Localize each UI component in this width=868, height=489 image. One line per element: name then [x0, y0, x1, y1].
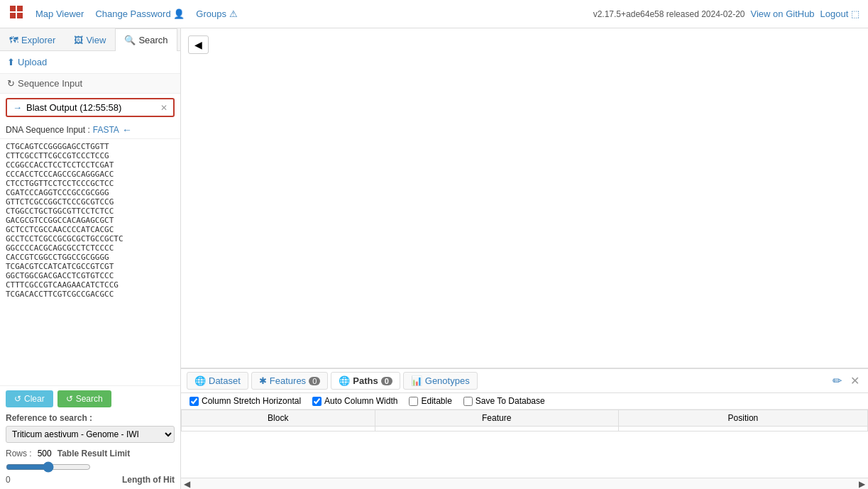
edit-icon-button[interactable]: ✏ — [830, 373, 845, 389]
table-area: Block Feature Position — [181, 410, 868, 478]
svg-rect-0 — [10, 6, 16, 11]
svg-rect-1 — [17, 6, 23, 11]
tab-genotypes[interactable]: 📊 Genotypes — [403, 372, 478, 390]
tab-features[interactable]: ✱ Features 0 — [251, 372, 328, 390]
navbar-right: v2.17.5+ade64e58 released 2024-02-20 Vie… — [593, 9, 859, 19]
blast-output-tab[interactable]: → Blast Output (12:55:58) ✕ — [6, 98, 175, 117]
col-feature: Feature — [375, 410, 618, 427]
left-panel: 🗺 Explorer 🖼 View 🔍 Search ⬆ Upload — [0, 28, 181, 489]
zero-row: 0 Length of Hit — [6, 475, 175, 485]
tab-explorer[interactable]: 🗺 Explorer — [0, 28, 65, 51]
reference-select[interactable]: Triticum aestivum - Genome - IWI — [6, 426, 175, 443]
sequence-panel: ↻ Sequence Input → Blast Output (12:55:5… — [0, 74, 180, 489]
rows-value: 500 — [38, 449, 52, 458]
toggle-btn-wrap: ◀ — [181, 28, 868, 54]
cell-feature — [375, 427, 618, 432]
rows-label: Rows : — [6, 449, 32, 458]
auto-column-checkbox[interactable] — [312, 397, 322, 406]
sequence-inner: ↻ Sequence Input → Blast Output (12:55:5… — [0, 74, 180, 385]
search-go-button[interactable]: ↺ Search — [57, 390, 111, 407]
cell-block — [182, 427, 375, 432]
length-of-hit-label: Length of Hit — [122, 475, 175, 485]
main-layout: 🗺 Explorer 🖼 View 🔍 Search ⬆ Upload — [0, 28, 868, 489]
svg-rect-2 — [10, 13, 16, 18]
editable-checkbox[interactable] — [409, 397, 418, 406]
action-buttons: ↺ Clear ↺ Search — [6, 390, 175, 407]
tab-actions: ✏ ✕ — [830, 373, 862, 389]
auto-column-option[interactable]: Auto Column Width — [312, 396, 397, 406]
reference-label: Reference to search : — [6, 413, 175, 423]
scroll-right-button[interactable]: ▶ — [859, 479, 865, 489]
options-row: Column Stretch Horizontal Auto Column Wi… — [181, 393, 868, 410]
save-to-db-option[interactable]: Save To Database — [463, 396, 545, 406]
logout-link[interactable]: Logout ⬚ — [820, 9, 859, 19]
table-header-row: Block Feature Position — [182, 410, 868, 427]
close-results-button[interactable]: ✕ — [847, 373, 862, 389]
navbar-left: Map Viewer Change Password 👤 Groups ⚠ — [9, 4, 238, 23]
clear-button[interactable]: ↺ Clear — [6, 390, 53, 407]
table-row — [182, 427, 868, 432]
groups-link[interactable]: Groups ⚠ — [196, 9, 237, 19]
sequence-input-label[interactable]: ↻ Sequence Input — [0, 74, 180, 94]
column-stretch-option[interactable]: Column Stretch Horizontal — [189, 396, 301, 406]
result-tabs: 🌐 Dataset ✱ Features 0 🌐 Paths 0 📊 Genot… — [181, 369, 868, 393]
tab-dataset[interactable]: 🌐 Dataset — [187, 372, 248, 390]
bottom-controls: ↺ Clear ↺ Search Reference to search : T… — [0, 385, 180, 489]
scroll-left-button[interactable]: ◀ — [184, 479, 190, 489]
result-table: Block Feature Position — [181, 410, 868, 432]
upload-section: ⬆ Upload — [0, 51, 180, 74]
table-body — [182, 427, 868, 432]
upload-button[interactable]: ⬆ Upload — [7, 57, 47, 67]
features-badge: 0 — [309, 377, 320, 385]
bottom-scrollbar: ◀ ▶ — [181, 478, 868, 489]
svg-rect-3 — [17, 13, 23, 18]
cell-position — [618, 427, 867, 432]
column-stretch-checkbox[interactable] — [189, 397, 199, 406]
blast-close-icon[interactable]: ✕ — [160, 103, 167, 113]
save-to-db-checkbox[interactable] — [463, 397, 473, 406]
toggle-panel-button[interactable]: ◀ — [188, 35, 209, 54]
tab-paths[interactable]: 🌐 Paths 0 — [331, 372, 400, 390]
editable-option[interactable]: Editable — [409, 396, 451, 406]
change-password-link[interactable]: Change Password 👤 — [95, 9, 185, 19]
tab-bar: 🗺 Explorer 🖼 View 🔍 Search — [0, 28, 180, 51]
rows-slider[interactable] — [6, 461, 91, 473]
github-link[interactable]: View on GitHub — [751, 9, 815, 19]
tab-search[interactable]: 🔍 Search — [115, 28, 177, 51]
version-text: v2.17.5+ade64e58 released 2024-02-20 — [593, 9, 745, 19]
brand-logo[interactable] — [9, 4, 24, 23]
paths-badge: 0 — [381, 377, 392, 385]
rows-row: Rows : 500 Table Result Limit — [6, 449, 175, 458]
sequence-textarea[interactable] — [0, 139, 180, 309]
col-position: Position — [618, 410, 867, 427]
table-head: Block Feature Position — [182, 410, 868, 427]
fasta-link[interactable]: FASTA — [93, 125, 119, 135]
navbar: Map Viewer Change Password 👤 Groups ⚠ v2… — [0, 0, 868, 28]
col-block: Block — [182, 410, 375, 427]
map-viewer-link[interactable]: Map Viewer — [35, 9, 84, 19]
map-area — [181, 54, 868, 368]
blast-arrow-icon: → — [13, 102, 22, 113]
bottom-section: 🌐 Dataset ✱ Features 0 🌐 Paths 0 📊 Genot… — [181, 368, 868, 489]
dna-label-row: DNA Sequence Input : FASTA ← — [0, 121, 180, 139]
right-panel: ◀ 🌐 Dataset ✱ Features 0 🌐 Pa — [181, 28, 868, 489]
tab-view[interactable]: 🖼 View — [65, 28, 115, 51]
dna-arrow-icon: ← — [122, 124, 132, 136]
rows-limit-label: Table Result Limit — [57, 449, 130, 458]
rows-min-label: 0 — [6, 475, 11, 485]
